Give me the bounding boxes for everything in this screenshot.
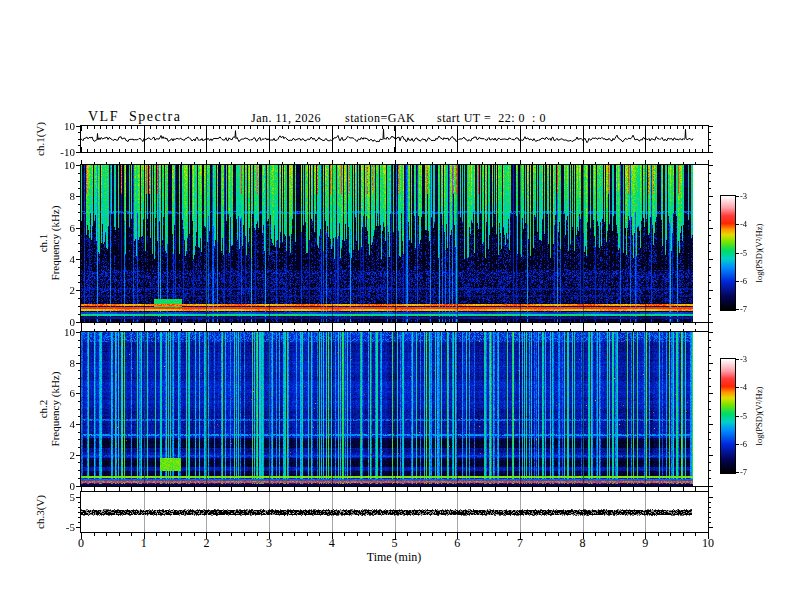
tick-mark: [78, 165, 80, 166]
tick-mark: [169, 329, 170, 331]
tick-mark: [244, 126, 245, 129]
x-tick-label: 10: [696, 537, 720, 549]
tick-mark: [263, 149, 264, 152]
tick-mark: [558, 329, 559, 331]
tick-mark: [532, 149, 533, 152]
tick-mark: [695, 149, 696, 152]
tick-mark: [106, 489, 107, 491]
tick-mark: [307, 329, 308, 331]
tick-mark: [470, 162, 471, 164]
tick-mark: [131, 533, 132, 536]
time-axis-label: Time (min): [334, 550, 454, 565]
tick-mark: [664, 126, 665, 129]
tick-mark: [614, 126, 615, 129]
tick-mark: [181, 323, 182, 325]
tick-mark: [736, 387, 739, 388]
vlf-spectra-plot: VLF Spectra Jan. 11, 2026 station=GAK st…: [0, 0, 792, 612]
tick-mark: [658, 162, 659, 164]
tick-mark: [608, 323, 609, 325]
tick-mark: [78, 322, 80, 323]
tick-mark: [369, 126, 370, 129]
tick-mark: [369, 149, 370, 152]
tick-mark: [376, 149, 377, 152]
tick-mark: [78, 470, 80, 471]
tick-mark: [338, 126, 339, 129]
tick-mark: [78, 409, 80, 410]
tick-mark: [445, 126, 446, 129]
tick-mark: [282, 149, 283, 152]
tick-mark: [78, 259, 80, 260]
tick-mark: [76, 152, 80, 153]
tick-mark: [532, 126, 533, 129]
tick-mark: [736, 281, 739, 282]
tick-mark: [244, 323, 245, 325]
tick-mark: [633, 149, 634, 152]
tick-mark: [514, 126, 515, 129]
tick-mark: [338, 149, 339, 152]
tick-mark: [319, 489, 320, 491]
tick-mark: [709, 298, 711, 299]
tick-mark: [736, 416, 739, 417]
tick-mark: [269, 126, 270, 131]
tick-mark: [526, 126, 527, 129]
tick-mark: [709, 204, 711, 205]
tick-mark: [357, 162, 358, 164]
tick-mark: [451, 149, 452, 152]
tick-mark: [664, 149, 665, 152]
tick-mark: [709, 424, 711, 425]
tick-mark: [300, 126, 301, 129]
tick-mark: [709, 497, 713, 498]
tick-mark: [709, 267, 711, 268]
colorbar-tick-label: -7: [740, 468, 756, 477]
tick-mark: [294, 489, 295, 491]
tick-mark: [545, 323, 546, 325]
tick-mark: [601, 126, 602, 129]
tick-mark: [194, 533, 195, 536]
tick-mark: [294, 126, 295, 129]
freq-tick-label: 4: [49, 254, 75, 265]
tick-mark: [709, 347, 711, 348]
tick-mark: [595, 533, 596, 536]
tick-mark: [709, 181, 711, 182]
ch1-frequency-axis-label: ch.1 Frequency (kHz): [37, 206, 61, 281]
tick-mark: [119, 329, 120, 331]
tick-mark: [545, 489, 546, 491]
x-tick-label: 0: [69, 537, 93, 549]
tick-mark: [426, 126, 427, 129]
tick-mark: [119, 149, 120, 152]
tick-mark: [736, 444, 739, 445]
tick-mark: [175, 126, 176, 129]
tick-mark: [78, 235, 80, 236]
tick-mark: [100, 126, 101, 129]
tick-mark: [344, 126, 345, 129]
tick-mark: [181, 489, 182, 491]
tick-mark: [620, 149, 621, 152]
tick-mark: [100, 149, 101, 152]
ch3-ytick-label: -5: [49, 522, 75, 533]
tick-mark: [736, 224, 739, 225]
tick-mark: [78, 439, 80, 440]
tick-mark: [595, 126, 596, 129]
tick-mark: [238, 149, 239, 152]
tick-mark: [709, 355, 711, 356]
tick-mark: [175, 149, 176, 152]
tick-mark: [708, 160, 709, 164]
tick-mark: [357, 126, 358, 129]
tick-mark: [181, 533, 182, 536]
tick-mark: [709, 363, 711, 364]
tick-mark: [78, 298, 80, 299]
tick-mark: [457, 160, 458, 164]
tick-mark: [244, 149, 245, 152]
ch1-colorbar-canvas: [721, 196, 735, 310]
tick-mark: [87, 126, 88, 129]
tick-mark: [382, 329, 383, 331]
tick-mark: [231, 126, 232, 129]
tick-mark: [595, 323, 596, 325]
tick-mark: [608, 126, 609, 129]
tick-mark: [709, 251, 711, 252]
tick-mark: [683, 126, 684, 129]
tick-mark: [432, 162, 433, 164]
tick-mark: [670, 162, 671, 164]
x-tick-label: 7: [508, 537, 532, 549]
tick-mark: [137, 149, 138, 152]
